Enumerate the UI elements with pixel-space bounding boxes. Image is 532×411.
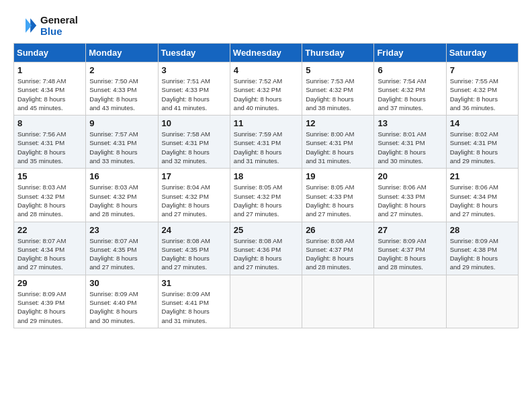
day-number: 4 — [234, 65, 298, 75]
calendar-cell: 21Sunrise: 8:06 AM Sunset: 4:34 PM Dayli… — [446, 169, 518, 222]
day-info: Sunrise: 8:06 AM Sunset: 4:34 PM Dayligh… — [450, 183, 515, 218]
day-info: Sunrise: 8:06 AM Sunset: 4:33 PM Dayligh… — [378, 183, 442, 218]
calendar-cell: 10Sunrise: 7:58 AM Sunset: 4:31 PM Dayli… — [158, 116, 230, 169]
day-info: Sunrise: 8:09 AM Sunset: 4:38 PM Dayligh… — [450, 236, 515, 272]
week-row-4: 22Sunrise: 8:07 AM Sunset: 4:34 PM Dayli… — [14, 222, 519, 275]
calendar-cell: 12Sunrise: 8:00 AM Sunset: 4:31 PM Dayli… — [302, 116, 374, 169]
calendar-cell: 2Sunrise: 7:50 AM Sunset: 4:33 PM Daylig… — [86, 62, 158, 116]
calendar-cell: 27Sunrise: 8:09 AM Sunset: 4:37 PM Dayli… — [374, 222, 446, 275]
weekday-header-row: SundayMondayTuesdayWednesdayThursdayFrid… — [14, 44, 519, 62]
day-number: 17 — [162, 171, 226, 181]
day-number: 28 — [450, 225, 515, 235]
week-row-3: 15Sunrise: 8:03 AM Sunset: 4:32 PM Dayli… — [14, 169, 519, 222]
calendar-cell: 13Sunrise: 8:01 AM Sunset: 4:31 PM Dayli… — [374, 116, 446, 169]
calendar-cell: 11Sunrise: 7:59 AM Sunset: 4:31 PM Dayli… — [230, 116, 302, 169]
weekday-header-tuesday: Tuesday — [158, 44, 230, 62]
day-info: Sunrise: 7:57 AM Sunset: 4:31 PM Dayligh… — [89, 130, 154, 165]
calendar-cell — [302, 275, 374, 328]
day-number: 8 — [17, 118, 82, 128]
day-number: 25 — [234, 225, 298, 235]
calendar-cell: 5Sunrise: 7:53 AM Sunset: 4:32 PM Daylig… — [302, 62, 374, 116]
day-info: Sunrise: 8:09 AM Sunset: 4:39 PM Dayligh… — [17, 289, 82, 325]
day-info: Sunrise: 8:09 AM Sunset: 4:37 PM Dayligh… — [378, 236, 442, 272]
day-number: 20 — [378, 171, 442, 181]
weekday-header-sunday: Sunday — [14, 44, 86, 62]
day-number: 31 — [162, 278, 226, 288]
weekday-header-friday: Friday — [374, 44, 446, 62]
day-number: 1 — [17, 65, 82, 75]
calendar-cell: 28Sunrise: 8:09 AM Sunset: 4:38 PM Dayli… — [446, 222, 518, 275]
day-number: 24 — [162, 225, 226, 235]
calendar-cell: 3Sunrise: 7:51 AM Sunset: 4:33 PM Daylig… — [158, 62, 230, 116]
calendar-cell: 16Sunrise: 8:03 AM Sunset: 4:32 PM Dayli… — [86, 169, 158, 222]
weekday-header-saturday: Saturday — [446, 44, 518, 62]
calendar-cell: 1Sunrise: 7:48 AM Sunset: 4:34 PM Daylig… — [14, 62, 86, 116]
day-number: 12 — [306, 118, 370, 128]
weekday-header-monday: Monday — [86, 44, 158, 62]
day-info: Sunrise: 8:00 AM Sunset: 4:31 PM Dayligh… — [306, 130, 370, 165]
calendar-table: SundayMondayTuesdayWednesdayThursdayFrid… — [13, 43, 519, 328]
calendar-cell: 20Sunrise: 8:06 AM Sunset: 4:33 PM Dayli… — [374, 169, 446, 222]
day-info: Sunrise: 7:54 AM Sunset: 4:32 PM Dayligh… — [378, 77, 442, 112]
day-info: Sunrise: 8:04 AM Sunset: 4:32 PM Dayligh… — [162, 183, 226, 218]
day-info: Sunrise: 7:58 AM Sunset: 4:31 PM Dayligh… — [162, 130, 226, 165]
calendar-cell: 8Sunrise: 7:56 AM Sunset: 4:31 PM Daylig… — [14, 116, 86, 169]
day-number: 22 — [17, 225, 82, 235]
day-number: 13 — [378, 118, 442, 128]
week-row-1: 1Sunrise: 7:48 AM Sunset: 4:34 PM Daylig… — [14, 62, 519, 116]
day-number: 16 — [89, 171, 154, 181]
day-info: Sunrise: 8:02 AM Sunset: 4:31 PM Dayligh… — [450, 130, 515, 165]
calendar-cell: 4Sunrise: 7:52 AM Sunset: 4:32 PM Daylig… — [230, 62, 302, 116]
day-info: Sunrise: 8:09 AM Sunset: 4:41 PM Dayligh… — [162, 289, 226, 325]
calendar-cell — [230, 275, 302, 328]
calendar-cell — [446, 275, 518, 328]
day-number: 10 — [162, 118, 226, 128]
week-row-5: 29Sunrise: 8:09 AM Sunset: 4:39 PM Dayli… — [14, 275, 519, 328]
day-info: Sunrise: 7:48 AM Sunset: 4:34 PM Dayligh… — [17, 77, 82, 112]
day-info: Sunrise: 8:07 AM Sunset: 4:35 PM Dayligh… — [89, 236, 154, 272]
day-number: 14 — [450, 118, 515, 128]
day-info: Sunrise: 8:08 AM Sunset: 4:37 PM Dayligh… — [306, 236, 370, 272]
day-number: 26 — [306, 225, 370, 235]
day-number: 23 — [89, 225, 154, 235]
day-number: 30 — [89, 278, 154, 288]
calendar-cell: 17Sunrise: 8:04 AM Sunset: 4:32 PM Dayli… — [158, 169, 230, 222]
calendar-cell: 23Sunrise: 8:07 AM Sunset: 4:35 PM Dayli… — [86, 222, 158, 275]
calendar-cell: 14Sunrise: 8:02 AM Sunset: 4:31 PM Dayli… — [446, 116, 518, 169]
calendar-cell: 22Sunrise: 8:07 AM Sunset: 4:34 PM Dayli… — [14, 222, 86, 275]
day-number: 6 — [378, 65, 442, 75]
day-info: Sunrise: 8:07 AM Sunset: 4:34 PM Dayligh… — [17, 236, 82, 272]
calendar-cell: 30Sunrise: 8:09 AM Sunset: 4:40 PM Dayli… — [86, 275, 158, 328]
calendar-cell: 26Sunrise: 8:08 AM Sunset: 4:37 PM Dayli… — [302, 222, 374, 275]
day-info: Sunrise: 8:01 AM Sunset: 4:31 PM Dayligh… — [378, 130, 442, 165]
calendar-cell: 24Sunrise: 8:08 AM Sunset: 4:35 PM Dayli… — [158, 222, 230, 275]
day-number: 9 — [89, 118, 154, 128]
calendar-cell: 6Sunrise: 7:54 AM Sunset: 4:32 PM Daylig… — [374, 62, 446, 116]
weekday-header-wednesday: Wednesday — [230, 44, 302, 62]
day-number: 11 — [234, 118, 298, 128]
calendar-cell: 25Sunrise: 8:08 AM Sunset: 4:36 PM Dayli… — [230, 222, 302, 275]
day-info: Sunrise: 8:09 AM Sunset: 4:40 PM Dayligh… — [89, 289, 154, 325]
day-info: Sunrise: 8:03 AM Sunset: 4:32 PM Dayligh… — [89, 183, 154, 218]
day-number: 27 — [378, 225, 442, 235]
weekday-header-thursday: Thursday — [302, 44, 374, 62]
calendar-cell: 15Sunrise: 8:03 AM Sunset: 4:32 PM Dayli… — [14, 169, 86, 222]
day-info: Sunrise: 7:52 AM Sunset: 4:32 PM Dayligh… — [234, 77, 298, 112]
calendar-cell: 18Sunrise: 8:05 AM Sunset: 4:32 PM Dayli… — [230, 169, 302, 222]
day-number: 3 — [162, 65, 226, 75]
calendar-cell: 7Sunrise: 7:55 AM Sunset: 4:32 PM Daylig… — [446, 62, 518, 116]
day-info: Sunrise: 8:08 AM Sunset: 4:35 PM Dayligh… — [162, 236, 226, 272]
day-info: Sunrise: 7:55 AM Sunset: 4:32 PM Dayligh… — [450, 77, 515, 112]
day-info: Sunrise: 7:53 AM Sunset: 4:32 PM Dayligh… — [306, 77, 370, 112]
day-number: 15 — [17, 171, 82, 181]
day-info: Sunrise: 8:05 AM Sunset: 4:32 PM Dayligh… — [234, 183, 298, 218]
day-number: 19 — [306, 171, 370, 181]
day-info: Sunrise: 8:08 AM Sunset: 4:36 PM Dayligh… — [234, 236, 298, 272]
day-info: Sunrise: 7:50 AM Sunset: 4:33 PM Dayligh… — [89, 77, 154, 112]
calendar-cell: 29Sunrise: 8:09 AM Sunset: 4:39 PM Dayli… — [14, 275, 86, 328]
day-info: Sunrise: 7:59 AM Sunset: 4:31 PM Dayligh… — [234, 130, 298, 165]
day-number: 5 — [306, 65, 370, 75]
day-info: Sunrise: 7:51 AM Sunset: 4:33 PM Dayligh… — [162, 77, 226, 112]
day-number: 21 — [450, 171, 515, 181]
calendar-cell — [374, 275, 446, 328]
